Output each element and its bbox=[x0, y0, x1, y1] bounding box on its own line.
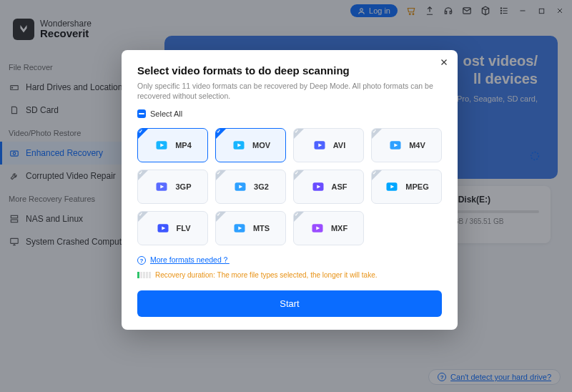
format-option-flv[interactable]: FLV bbox=[137, 211, 208, 245]
check-corner-icon bbox=[294, 212, 304, 222]
modal-close-icon[interactable] bbox=[439, 57, 449, 69]
format-icon bbox=[310, 179, 326, 195]
format-icon bbox=[154, 179, 169, 195]
format-icon bbox=[388, 137, 403, 153]
format-grid: MP4MOVAVIM4V3GP3G2ASFMPEGFLVMTSMXF bbox=[137, 128, 442, 245]
check-corner-icon bbox=[216, 129, 226, 139]
select-all-label: Select All bbox=[150, 109, 182, 118]
check-corner-icon bbox=[372, 170, 382, 180]
warning-text: Recovery duration: The more file types s… bbox=[155, 271, 378, 279]
format-icon bbox=[384, 179, 400, 195]
format-icon bbox=[310, 220, 325, 236]
format-icon bbox=[232, 220, 247, 236]
format-option-mxf[interactable]: MXF bbox=[293, 211, 364, 245]
checkbox-indeterminate-icon bbox=[137, 109, 146, 118]
check-corner-icon bbox=[372, 129, 382, 139]
format-option-m4v[interactable]: M4V bbox=[371, 128, 442, 162]
select-all-checkbox[interactable]: Select All bbox=[137, 109, 442, 118]
format-label: MPEG bbox=[405, 182, 428, 191]
format-option-avi[interactable]: AVI bbox=[293, 128, 364, 162]
modal-desc: Only specific 11 video formats can be re… bbox=[137, 81, 442, 101]
format-icon bbox=[154, 137, 169, 153]
format-label: MTS bbox=[253, 224, 270, 232]
format-option-asf[interactable]: ASF bbox=[293, 170, 364, 204]
check-corner-icon bbox=[138, 129, 148, 139]
format-label: ASF bbox=[332, 182, 347, 191]
format-label: AVI bbox=[333, 141, 346, 150]
format-label: MOV bbox=[252, 141, 270, 150]
check-corner-icon bbox=[294, 129, 304, 139]
format-icon bbox=[231, 137, 247, 153]
format-label: 3GP bbox=[175, 182, 191, 191]
format-option-mpeg[interactable]: MPEG bbox=[371, 170, 442, 204]
format-modal: Select video formats to do deep scanning… bbox=[122, 50, 458, 330]
more-formats-label[interactable]: More formats needed？ bbox=[150, 255, 230, 265]
format-option-3gp[interactable]: 3GP bbox=[137, 170, 208, 204]
check-corner-icon bbox=[216, 170, 226, 180]
duration-bar-icon bbox=[137, 272, 151, 278]
check-corner-icon bbox=[216, 212, 226, 222]
format-label: MXF bbox=[331, 224, 347, 232]
question-icon: ? bbox=[137, 256, 146, 265]
start-button[interactable]: Start bbox=[137, 290, 442, 317]
format-option-mp4[interactable]: MP4 bbox=[137, 128, 208, 162]
format-label: FLV bbox=[177, 224, 191, 232]
check-corner-icon bbox=[138, 212, 148, 222]
format-option-mts[interactable]: MTS bbox=[215, 211, 286, 245]
format-option-3g2[interactable]: 3G2 bbox=[215, 170, 286, 204]
check-corner-icon bbox=[294, 170, 304, 180]
duration-warning: Recovery duration: The more file types s… bbox=[137, 271, 442, 279]
format-label: 3G2 bbox=[254, 182, 269, 191]
check-corner-icon bbox=[138, 170, 148, 180]
format-option-mov[interactable]: MOV bbox=[215, 128, 286, 162]
format-icon bbox=[312, 137, 327, 153]
format-label: M4V bbox=[409, 141, 425, 150]
more-formats-link[interactable]: ? More formats needed？ bbox=[137, 255, 442, 265]
format-icon bbox=[232, 179, 248, 195]
format-icon bbox=[155, 220, 171, 236]
format-label: MP4 bbox=[175, 141, 192, 150]
modal-title: Select video formats to do deep scanning bbox=[137, 64, 442, 77]
